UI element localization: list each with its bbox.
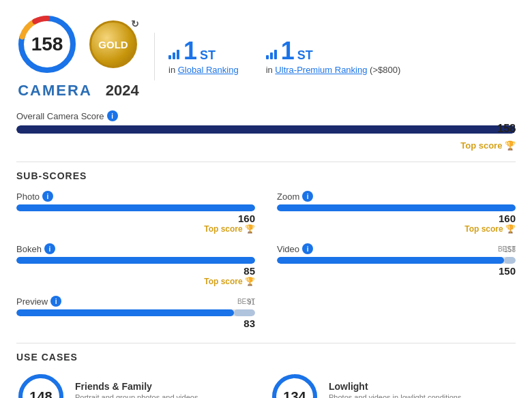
sub-score-preview: Preview i BEST 91 83	[16, 296, 255, 329]
bokeh-info-icon[interactable]: i	[44, 243, 55, 254]
preview-info-icon[interactable]: i	[50, 296, 61, 307]
video-bar-combo	[277, 257, 516, 264]
friends-name: Friends & Family	[75, 381, 262, 392]
rank-bars-icon	[168, 50, 179, 59]
zoom-bar-fill	[277, 204, 516, 211]
photo-info-icon[interactable]: i	[42, 191, 53, 202]
preview-label: Preview i BEST	[16, 296, 255, 307]
overall-info-icon[interactable]: i	[107, 110, 118, 121]
rank2-number: 1	[281, 39, 295, 63]
preview-score: 83	[16, 318, 255, 329]
rank2-suffix: ST	[297, 48, 313, 63]
zoom-label: Zoom i	[277, 191, 516, 202]
use-cases-grid: 148 Friends & Family Portrait and group …	[16, 372, 516, 398]
score-value: 158	[31, 33, 63, 55]
ultra-ranking-link[interactable]: Ultra-Premium Ranking	[275, 65, 367, 75]
sub-score-video: Video i BEST 158 150	[277, 243, 516, 286]
use-case-lowlight: 134 Lowlight Photos and videos in lowlig…	[270, 372, 516, 398]
video-bar-rel: 158	[277, 257, 516, 264]
photo-score: 160	[16, 213, 255, 224]
rank1-suffix: ST	[200, 48, 216, 63]
lowlight-donut: 134	[270, 372, 319, 398]
overall-score-value: 158	[497, 123, 516, 135]
sub-score-bokeh: Bokeh i 85 Top score 🏆	[16, 243, 255, 286]
video-label: Video i BEST	[277, 243, 516, 254]
friends-donut: 148	[16, 372, 65, 398]
camera-label: CAMERA	[18, 82, 92, 99]
video-bar-gray	[504, 257, 516, 264]
preview-bar-rel: 91	[16, 309, 255, 316]
preview-bar-track	[16, 309, 255, 316]
bokeh-label: Bokeh i	[16, 243, 255, 254]
score-badge-area: 158 GOLD ↻ CAMERA 2024	[16, 14, 141, 99]
preview-best-value: 91	[248, 298, 255, 306]
preview-bar-blue	[16, 309, 234, 316]
video-bar-track	[277, 257, 516, 264]
main-page: 158 GOLD ↻ CAMERA 2024	[0, 0, 532, 398]
sub-scores-title: SUB-SCORES	[16, 162, 516, 181]
bokeh-score: 85	[16, 265, 255, 277]
year-label: 2024	[106, 82, 139, 99]
rank-bars-icon2	[266, 50, 277, 59]
overall-bar-track	[16, 125, 516, 134]
bokeh-bar-track	[16, 257, 255, 264]
zoom-score: 160	[277, 213, 516, 224]
badge-row: 158 GOLD ↻	[16, 14, 141, 75]
overall-label: Overall Camera Score i	[16, 110, 516, 121]
use-case-friends: 148 Friends & Family Portrait and group …	[16, 372, 262, 398]
sub-score-photo: Photo i 160 Top score 🏆	[16, 191, 255, 234]
lowlight-info: Lowlight Photos and videos in lowlight c…	[329, 381, 516, 398]
rank1-sub: in Global Ranking	[168, 65, 239, 75]
friends-info: Friends & Family Portrait and group phot…	[75, 381, 262, 398]
video-bar-wrapper: 158 150	[277, 257, 516, 277]
global-ranking-link[interactable]: Global Ranking	[178, 65, 239, 75]
video-score: 150	[277, 265, 516, 277]
bokeh-bar-wrapper: 85 Top score 🏆	[16, 257, 255, 286]
header: 158 GOLD ↻ CAMERA 2024	[16, 14, 516, 99]
video-bar-blue	[277, 257, 504, 264]
gold-badge: GOLD ↻	[86, 17, 141, 72]
video-best-value: 158	[504, 246, 516, 254]
use-cases-title: USE CASES	[16, 343, 516, 363]
overall-bar-container: 158	[16, 125, 516, 139]
rankings: 1ST in Global Ranking 1ST in Ultra-Premi	[168, 39, 516, 75]
lowlight-desc: Photos and videos in lowlight conditions	[329, 393, 516, 398]
bokeh-bar-fill	[16, 257, 255, 264]
lowlight-name: Lowlight	[329, 381, 516, 392]
preview-bar-combo	[16, 309, 255, 316]
zoom-bar-track	[277, 204, 516, 211]
lowlight-score: 134	[283, 389, 306, 399]
preview-bar-gray	[234, 309, 256, 316]
overall-bar-fill	[16, 125, 516, 134]
photo-label: Photo i	[16, 191, 255, 202]
photo-bar-fill	[16, 204, 255, 211]
overall-top-score-label: Top score 🏆	[16, 140, 516, 151]
sub-score-zoom: Zoom i 160 Top score 🏆	[277, 191, 516, 234]
camera-score-circle: 158	[16, 14, 78, 75]
video-info-icon[interactable]: i	[302, 243, 313, 254]
zoom-top-score: Top score 🏆	[277, 224, 516, 234]
rank1-number: 1	[183, 39, 197, 63]
bokeh-top-score: Top score 🏆	[16, 277, 255, 286]
divider	[154, 33, 155, 80]
photo-bar-wrapper: 160 Top score 🏆	[16, 204, 255, 234]
friends-score: 148	[29, 389, 52, 399]
preview-bar-wrapper: 91 83	[16, 309, 255, 329]
photo-bar-track	[16, 204, 255, 211]
photo-top-score: Top score 🏆	[16, 224, 255, 234]
rank-global: 1ST in Global Ranking	[168, 39, 239, 75]
rank-ultra: 1ST in Ultra-Premium Ranking (>$800)	[266, 39, 401, 75]
rank-global-number: 1ST	[168, 39, 239, 63]
gold-arrow-icon: ↻	[131, 18, 139, 29]
overall-section: Overall Camera Score i 158 Top score 🏆	[16, 110, 516, 151]
gold-label: GOLD	[89, 20, 137, 68]
zoom-info-icon[interactable]: i	[302, 191, 313, 202]
sub-scores-grid: Photo i 160 Top score 🏆 Zoom i 160	[16, 191, 516, 333]
zoom-bar-wrapper: 160 Top score 🏆	[277, 204, 516, 234]
rank2-sub: in Ultra-Premium Ranking (>$800)	[266, 65, 401, 75]
rank-ultra-number: 1ST	[266, 39, 401, 63]
friends-desc: Portrait and group photos and videos	[75, 393, 262, 398]
